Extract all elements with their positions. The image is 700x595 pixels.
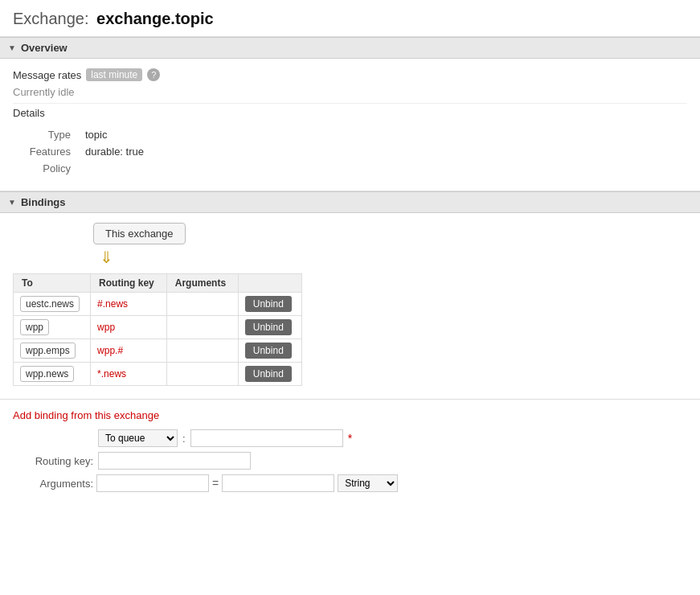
type-value: topic: [80, 127, 686, 142]
message-rates-row: Message rates last minute ?: [13, 65, 687, 84]
bindings-section-title: Bindings: [21, 196, 66, 208]
bindings-content: This exchange ⇓ To Routing key Arguments…: [0, 213, 700, 399]
unbind-cell: Unbind: [238, 316, 301, 339]
routing-key-form-row: Routing key:: [13, 452, 687, 470]
routing-key-label: Routing key:: [13, 455, 93, 467]
to-form-row: To queue To exchange : *: [13, 429, 687, 447]
unbind-cell: Unbind: [238, 339, 301, 363]
unbind-button[interactable]: Unbind: [245, 366, 292, 382]
arguments-cell: [166, 293, 238, 316]
policy-row: Policy: [14, 161, 686, 176]
policy-key: Policy: [14, 161, 79, 176]
unbind-cell: Unbind: [238, 363, 301, 386]
table-row: wppwppUnbind: [14, 316, 302, 339]
table-row: uestc.news#.newsUnbind: [14, 293, 302, 316]
down-arrow-icon: ⇓: [100, 248, 687, 267]
arguments-label: Arguments:: [13, 478, 93, 490]
overview-section-header[interactable]: ▼ Overview: [0, 37, 700, 59]
type-select[interactable]: String Number Boolean: [338, 474, 398, 492]
unbind-button[interactable]: Unbind: [245, 343, 292, 359]
routing-key-cell: wpp: [91, 316, 167, 339]
type-row: Type topic: [14, 127, 686, 142]
to-cell: wpp: [14, 316, 91, 339]
features-key: Features: [14, 144, 79, 159]
bindings-collapse-arrow: ▼: [8, 198, 16, 207]
to-queue-input[interactable]: [190, 429, 343, 447]
bindings-table-header-row: To Routing key Arguments: [14, 274, 302, 293]
bindings-table: To Routing key Arguments uestc.news#.new…: [13, 273, 302, 386]
add-binding-title: Add binding from this exchange: [13, 409, 687, 421]
to-select[interactable]: To queue To exchange: [98, 429, 178, 447]
idle-status-text: Currently idle: [13, 84, 687, 100]
queue-badge[interactable]: wpp.news: [20, 366, 74, 382]
to-cell: wpp.news: [14, 363, 91, 386]
details-label: Details: [13, 103, 687, 122]
overview-collapse-arrow: ▼: [8, 43, 16, 52]
arguments-form-row: Arguments: = String Number Boolean: [13, 474, 687, 492]
unbind-button[interactable]: Unbind: [245, 296, 292, 312]
details-table: Type topic Features durable: true Policy: [13, 125, 687, 178]
this-exchange-button[interactable]: This exchange: [93, 223, 186, 244]
col-routing-key: Routing key: [91, 274, 167, 293]
arguments-cell: [166, 363, 238, 386]
unbind-cell: Unbind: [238, 293, 301, 316]
title-value: exchange.topic: [96, 10, 214, 27]
arguments-cell: [166, 316, 238, 339]
queue-badge[interactable]: wpp: [20, 319, 49, 335]
features-value: durable: true: [80, 144, 686, 159]
overview-content: Message rates last minute ? Currently id…: [0, 59, 700, 191]
bindings-section-header[interactable]: ▼ Bindings: [0, 191, 700, 213]
arguments-cell: [166, 339, 238, 363]
routing-key-cell: *.news: [91, 363, 167, 386]
col-to: To: [14, 274, 91, 293]
routing-key-cell: #.news: [91, 293, 167, 316]
arguments-key-input[interactable]: [96, 474, 209, 492]
to-cell: uestc.news: [14, 293, 91, 316]
table-row: wpp.news*.newsUnbind: [14, 363, 302, 386]
to-cell: wpp.emps: [14, 339, 91, 363]
type-select-wrapper: String Number Boolean: [338, 474, 398, 492]
col-action: [238, 274, 301, 293]
type-key: Type: [14, 127, 79, 142]
features-row: Features durable: true: [14, 144, 686, 159]
routing-key-input[interactable]: [98, 452, 251, 470]
page-title: Exchange: exchange.topic: [0, 0, 700, 37]
routing-key-cell: wpp.#: [91, 339, 167, 363]
arguments-value-input[interactable]: [222, 474, 334, 492]
colon-separator: :: [182, 433, 186, 445]
equals-sign: =: [212, 477, 219, 490]
message-rates-badge: last minute: [86, 68, 142, 81]
required-star: *: [348, 432, 352, 445]
to-queue-wrapper: To queue To exchange: [98, 429, 178, 447]
overview-section-title: Overview: [21, 42, 68, 54]
table-row: wpp.empswpp.#Unbind: [14, 339, 302, 363]
col-arguments: Arguments: [166, 274, 238, 293]
add-binding-section: Add binding from this exchange To queue …: [0, 400, 700, 510]
queue-badge[interactable]: wpp.emps: [20, 343, 76, 359]
policy-value: [80, 161, 686, 176]
title-label: Exchange:: [13, 10, 89, 27]
message-rates-label: Message rates: [13, 69, 81, 81]
question-mark-icon[interactable]: ?: [147, 68, 160, 81]
unbind-button[interactable]: Unbind: [245, 319, 292, 335]
queue-badge[interactable]: uestc.news: [20, 296, 80, 312]
